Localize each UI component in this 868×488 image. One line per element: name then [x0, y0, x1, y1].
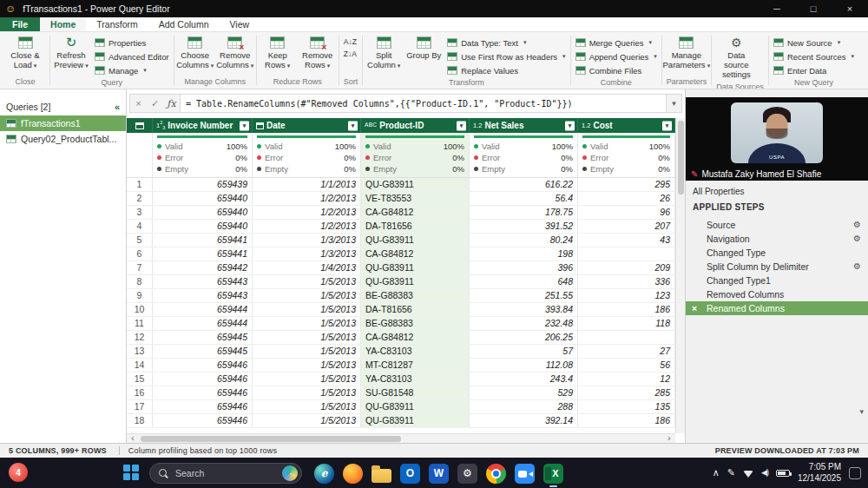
keep-rows-button[interactable]: Keep Rows▾: [258, 32, 298, 72]
table-cell[interactable]: 393.84: [470, 303, 578, 316]
close-button[interactable]: ×: [832, 0, 868, 17]
filter-dropdown-icon[interactable]: ▾: [348, 121, 358, 130]
table-cell[interactable]: 12: [578, 373, 675, 386]
table-cell[interactable]: 285: [578, 386, 675, 399]
table-cell[interactable]: 659443: [153, 275, 253, 288]
close-and-load-button[interactable]: Close & Load▾: [2, 32, 49, 72]
table-cell[interactable]: 56.4: [470, 192, 578, 205]
table-row[interactable]: 26594401/2/2013VE-T8355356.426: [127, 192, 675, 206]
table-cell[interactable]: 1/5/2013: [253, 345, 361, 358]
split-column-button[interactable]: Split Column▾: [364, 32, 404, 72]
table-cell[interactable]: [578, 247, 675, 260]
table-row[interactable]: 66594411/3/2013CA-G84812198: [127, 247, 675, 261]
vertical-scroll-thumb[interactable]: [678, 121, 684, 195]
table-cell[interactable]: QU-G83911: [361, 275, 470, 288]
table-cell[interactable]: QU-G83911: [361, 400, 470, 413]
edge-icon[interactable]: e: [314, 464, 334, 484]
table-cell[interactable]: BE-G88383: [361, 317, 470, 330]
manage-parameters-button[interactable]: Manage Parameters▾: [663, 32, 710, 72]
show-hidden-icons-icon[interactable]: ∧: [713, 468, 720, 478]
table-cell[interactable]: 207: [578, 220, 675, 233]
enter-data-button[interactable]: Enter Data: [770, 63, 858, 77]
table-cell[interactable]: 659446: [153, 373, 253, 386]
table-cell[interactable]: 659442: [153, 261, 253, 274]
tab-transform[interactable]: Transform: [86, 17, 148, 31]
notification-badge[interactable]: 4: [9, 463, 28, 482]
data-type-button[interactable]: Data Type: Text▾: [444, 36, 569, 49]
table-cell[interactable]: MT-C81287: [361, 359, 470, 372]
table-row[interactable]: 186594461/5/2013QU-G83911392.14186: [127, 414, 675, 428]
table-cell[interactable]: 1/4/2013: [253, 261, 361, 274]
replace-values-button[interactable]: Replace Values: [444, 63, 569, 77]
applied-step-navigation[interactable]: Navigation⚙: [686, 232, 868, 246]
table-cell[interactable]: DA-T81656: [361, 220, 470, 233]
expand-formula-icon[interactable]: ▼: [666, 95, 681, 112]
table-row[interactable]: 176594461/5/2013QU-G83911288135: [127, 400, 675, 414]
merge-queries-button[interactable]: Merge Queries▾: [572, 36, 661, 49]
table-cell[interactable]: 1/5/2013: [253, 303, 361, 316]
column-header-invoice-number[interactable]: 123Invoice Number▾: [153, 118, 253, 133]
tab-view[interactable]: View: [220, 17, 260, 31]
data-source-settings-button[interactable]: ⚙ Data source settings: [713, 32, 760, 82]
remove-columns-button[interactable]: Remove Columns▾: [215, 32, 255, 72]
table-cell[interactable]: 209: [578, 261, 675, 274]
start-button[interactable]: [123, 465, 140, 481]
table-cell[interactable]: [578, 331, 675, 344]
table-cell[interactable]: 1/1/2013: [253, 178, 361, 191]
sort-ascending-icon[interactable]: A↓Z: [340, 36, 360, 48]
table-cell[interactable]: 659440: [153, 220, 253, 233]
excel-icon[interactable]: X: [543, 464, 563, 484]
use-first-row-button[interactable]: Use First Row as Headers▾: [444, 49, 569, 63]
battery-icon[interactable]: [776, 470, 790, 477]
applied-step-renamed-columns[interactable]: ×Renamed Columns: [686, 301, 868, 315]
table-cell[interactable]: 659441: [153, 234, 253, 247]
table-cell[interactable]: 648: [470, 275, 578, 288]
table-cell[interactable]: 123: [578, 289, 675, 302]
advanced-editor-button[interactable]: Advanced Editor: [91, 49, 173, 63]
taskbar-search[interactable]: Search: [149, 463, 302, 484]
delete-step-icon[interactable]: ×: [692, 301, 697, 315]
table-cell[interactable]: 26: [578, 192, 675, 205]
manage-button[interactable]: Manage▾: [91, 63, 173, 77]
refresh-preview-button[interactable]: ↻ Refresh Preview▾: [51, 32, 91, 72]
horizontal-scroll-thumb[interactable]: [141, 436, 401, 442]
remove-rows-button[interactable]: Remove Rows▾: [298, 32, 338, 72]
table-cell[interactable]: CA-G84812: [361, 331, 470, 344]
table-cell[interactable]: VE-T83553: [361, 192, 470, 205]
table-cell[interactable]: QU-G83911: [361, 414, 470, 427]
table-cell[interactable]: 186: [578, 414, 675, 427]
gear-icon[interactable]: ⚙: [853, 232, 861, 246]
table-cell[interactable]: 659445: [153, 345, 253, 358]
word-icon[interactable]: W: [429, 464, 449, 484]
settings-icon[interactable]: ⚙: [457, 464, 477, 484]
column-header-date[interactable]: Date▾: [253, 118, 361, 133]
table-row[interactable]: 56594411/3/2013QU-G8391180.2443: [127, 234, 675, 247]
table-cell[interactable]: 336: [578, 275, 675, 288]
table-cell[interactable]: 659439: [153, 178, 253, 191]
table-cell[interactable]: 1/5/2013: [253, 400, 361, 413]
horizontal-scrollbar[interactable]: ‹ ›: [127, 433, 675, 443]
table-row[interactable]: 46594401/2/2013DA-T81656391.52207: [127, 220, 675, 234]
table-cell[interactable]: 659440: [153, 206, 253, 219]
table-cell[interactable]: 178.75: [470, 206, 578, 219]
table-cell[interactable]: 295: [578, 178, 675, 191]
table-cell[interactable]: 659440: [153, 192, 253, 205]
table-cell[interactable]: 659443: [153, 289, 253, 302]
table-cell[interactable]: 243.4: [470, 373, 578, 386]
tab-file[interactable]: File: [0, 17, 40, 31]
table-cell[interactable]: 96: [578, 206, 675, 219]
tab-home[interactable]: Home: [40, 17, 86, 31]
table-cell[interactable]: BE-G88383: [361, 289, 470, 302]
filter-dropdown-icon[interactable]: ▾: [240, 121, 249, 130]
choose-columns-button[interactable]: Choose Columns▾: [175, 32, 215, 72]
table-cell[interactable]: SU-G81548: [361, 386, 470, 399]
table-cell[interactable]: 1/5/2013: [253, 317, 361, 330]
steps-scroll-down-icon[interactable]: ▾: [859, 407, 864, 416]
table-row[interactable]: 16594391/1/2013QU-G83911616.22295: [127, 178, 675, 192]
table-cell[interactable]: 659441: [153, 247, 253, 260]
all-properties-link[interactable]: All Properties: [686, 183, 868, 200]
gear-icon[interactable]: ⚙: [853, 218, 861, 232]
table-cell[interactable]: 391.52: [470, 220, 578, 233]
table-cell[interactable]: 1/5/2013: [253, 386, 361, 399]
maximize-button[interactable]: □: [795, 0, 832, 17]
